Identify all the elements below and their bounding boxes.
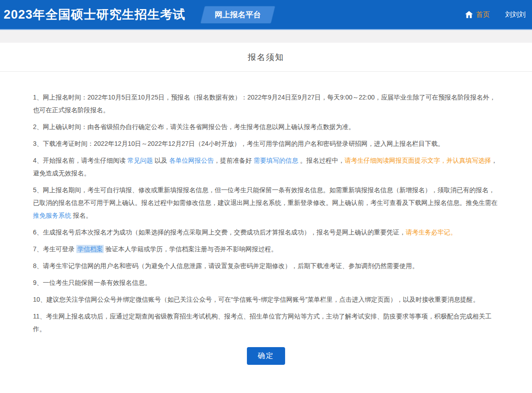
home-icon xyxy=(465,11,473,18)
notice-text: 报名。 xyxy=(71,212,92,219)
notice-text: 10、建议您关注学信网公众号并绑定微信账号（如已关注公众号，可在“学信账号-绑定… xyxy=(33,296,480,303)
notice-text: 11、考生网上报名成功后，应通过定期查阅省级教育招生考试机构、报考点、招生单位官… xyxy=(33,313,492,333)
notice-text: 以及 xyxy=(153,157,169,164)
header-right: 首页 刘刘刘 xyxy=(465,10,532,19)
confirm-button[interactable]: 确定 xyxy=(247,347,285,365)
notice-text: 4、开始报名前，请考生仔细阅读 xyxy=(33,157,128,164)
page-title: 报名须知 xyxy=(248,52,284,63)
notice-text: 验证本人学籍或学历，学信档案注册与否并不影响网报过程。 xyxy=(104,245,277,253)
app-title: 2023年全国硕士研究生招生考试 xyxy=(0,6,186,23)
notice-text: 3、下载准考证时间：2022年12月10日～2022年12月27日（24小时开放… xyxy=(33,140,444,147)
notice-text: 8、请考生牢记学信网的用户名和密码（为避免个人信息泄露，请设置复杂密码并定期修改… xyxy=(33,262,419,269)
notice-item: 9、一位考生只能保留一条有效报名信息。 xyxy=(33,276,499,289)
inline-link[interactable]: 推免服务系统 xyxy=(33,212,71,219)
notice-text: 6、生成报名号后本次报名才为成功（如果选择的报考点采取网上交费，交费成功后才算报… xyxy=(33,229,406,236)
notice-text: 5、网上报名期间，考生可自行填报、修改或重新填报报名信息，但一位考生只能保留一条… xyxy=(33,186,498,206)
platform-badge-label: 网上报名平台 xyxy=(215,10,261,20)
user-name-link[interactable]: 刘刘刘 xyxy=(505,10,526,19)
notice-item: 10、建议您关注学信网公众号并绑定微信账号（如已关注公众号，可在“学信账号-绑定… xyxy=(33,293,499,306)
notice-item: 8、请考生牢记学信网的用户名和密码（为避免个人信息泄露，请设置复杂密码并定期修改… xyxy=(33,259,499,272)
notice-text: 7、考生可登录 xyxy=(33,245,77,253)
notice-text: 1、网上报名时间：2022年10月5日至10月25日，预报名（报名数据有效）：2… xyxy=(33,94,496,114)
notice-item: 1、网上报名时间：2022年10月5日至10月25日，预报名（报名数据有效）：2… xyxy=(33,91,499,116)
home-link[interactable]: 首页 xyxy=(465,10,490,19)
home-link-label: 首页 xyxy=(476,10,490,19)
inline-link[interactable]: 需要填写的信息 xyxy=(254,157,298,164)
notice-text: 9、一位考生只能保留一条有效报名信息。 xyxy=(33,279,151,286)
notice-text: 。报名过程中， xyxy=(298,157,345,164)
notice-item: 11、考生网上报名成功后，应通过定期查阅省级教育招生考试机构、报考点、招生单位官… xyxy=(33,310,499,335)
notice-text: 请考生务必牢记。 xyxy=(406,229,457,236)
sub-header-strip xyxy=(0,30,532,43)
top-header: 2023年全国硕士研究生招生考试 网上报名平台 首页 刘刘刘 xyxy=(0,0,532,30)
notice-item: 7、考生可登录 学信档案 验证本人学籍或学历，学信档案注册与否并不影响网报过程。 xyxy=(33,243,499,255)
inline-link[interactable]: 常见问题 xyxy=(127,157,153,164)
notice-item: 5、网上报名期间，考生可自行填报、修改或重新填报报名信息，但一位考生只能保留一条… xyxy=(33,184,499,222)
notice-item: 2、网上确认时间：由各省级招办自行确定公布，请关注各省网报公告，考生报考信息以网… xyxy=(33,120,499,133)
notice-item: 4、开始报名前，请考生仔细阅读 常见问题 以及 各单位网报公告，提前准备好 需要… xyxy=(33,154,499,179)
notice-text: 2、网上确认时间：由各省级招办自行确定公布，请关注各省网报公告，考生报考信息以网… xyxy=(33,123,355,130)
platform-badge: 网上报名平台 xyxy=(201,6,275,23)
page-title-bar: 报名须知 xyxy=(0,43,532,72)
footer-action: 确定 xyxy=(0,347,532,365)
inline-link[interactable]: 各单位网报公告 xyxy=(169,157,214,164)
notice-list: 1、网上报名时间：2022年10月5日至10月25日，预报名（报名数据有效）：2… xyxy=(33,72,499,335)
notice-text: ，提前准备好 xyxy=(214,157,254,164)
notice-item: 6、生成报名号后本次报名才为成功（如果选择的报考点采取网上交费，交费成功后才算报… xyxy=(33,226,499,239)
notice-item: 3、下载准考证时间：2022年12月10日～2022年12月27日（24小时开放… xyxy=(33,137,499,150)
notice-text: 请考生仔细阅读网报页面提示文字，并认真填写选择 xyxy=(345,157,491,164)
inline-link[interactable]: 学信档案 xyxy=(76,245,104,253)
